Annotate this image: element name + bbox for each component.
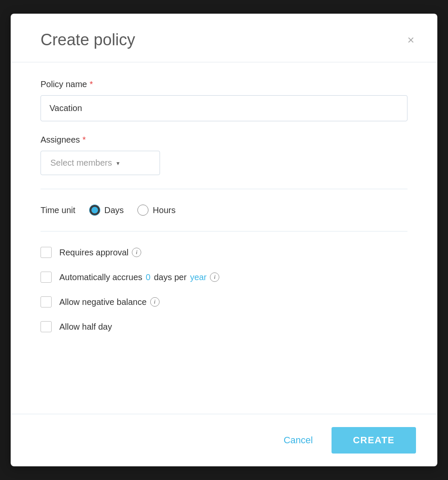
radio-days-input[interactable] [89, 205, 100, 216]
radio-days-label: Days [105, 205, 124, 215]
requires-approval-info-icon[interactable]: i [132, 248, 141, 257]
policy-name-label: Policy name * [41, 79, 407, 89]
create-button[interactable]: CREATE [332, 427, 416, 454]
requires-approval-label: Requires approval i [59, 248, 141, 258]
negative-balance-row: Allow negative balance i [41, 296, 407, 307]
checkbox-section: Requires approval i Automatically accrue… [41, 243, 407, 336]
accrues-period-link[interactable]: year [190, 272, 207, 282]
modal-title: Create policy [41, 31, 135, 49]
half-day-row: Allow half day [41, 321, 407, 332]
time-unit-label: Time unit [41, 205, 76, 215]
negative-balance-info-icon[interactable]: i [150, 297, 160, 307]
modal-header: Create policy × [11, 14, 437, 62]
half-day-checkbox[interactable] [41, 321, 52, 332]
divider-2 [41, 231, 407, 231]
policy-name-input[interactable] [41, 95, 407, 121]
assignees-group: Assignees * Select members ▾ [41, 135, 407, 175]
close-button[interactable]: × [406, 32, 416, 48]
auto-accrues-info-icon[interactable]: i [210, 272, 219, 282]
policy-name-group: Policy name * [41, 79, 407, 121]
radio-hours-input[interactable] [137, 205, 148, 216]
half-day-label: Allow half day [59, 322, 112, 332]
policy-name-required: * [90, 79, 93, 89]
modal-footer: Cancel CREATE [11, 414, 437, 466]
radio-hours-option[interactable]: Hours [137, 205, 175, 216]
radio-days-option[interactable]: Days [89, 205, 124, 216]
modal-overlay: Create policy × Policy name * Assignees … [0, 0, 448, 480]
assignees-dropdown[interactable]: Select members ▾ [41, 151, 160, 175]
chevron-down-icon: ▾ [116, 160, 119, 167]
create-policy-modal: Create policy × Policy name * Assignees … [11, 14, 437, 466]
cancel-button[interactable]: Cancel [273, 428, 323, 453]
radio-hours-label: Hours [153, 205, 175, 215]
assignees-dropdown-label: Select members [50, 158, 112, 168]
assignees-label: Assignees * [41, 135, 407, 145]
assignees-required: * [82, 135, 86, 145]
auto-accrues-row: Automatically accrues 0 days per year i [41, 272, 407, 283]
requires-approval-checkbox[interactable] [41, 247, 52, 258]
auto-accrues-label: Automatically accrues 0 days per year i [59, 272, 219, 282]
divider-1 [41, 189, 407, 189]
negative-balance-checkbox[interactable] [41, 296, 52, 307]
auto-accrues-checkbox[interactable] [41, 272, 52, 283]
time-unit-row: Time unit Days Hours [41, 201, 407, 219]
modal-body: Policy name * Assignees * Select members… [11, 62, 437, 414]
requires-approval-row: Requires approval i [41, 247, 407, 258]
negative-balance-label: Allow negative balance i [59, 297, 160, 307]
accrues-value: 0 [146, 272, 151, 282]
